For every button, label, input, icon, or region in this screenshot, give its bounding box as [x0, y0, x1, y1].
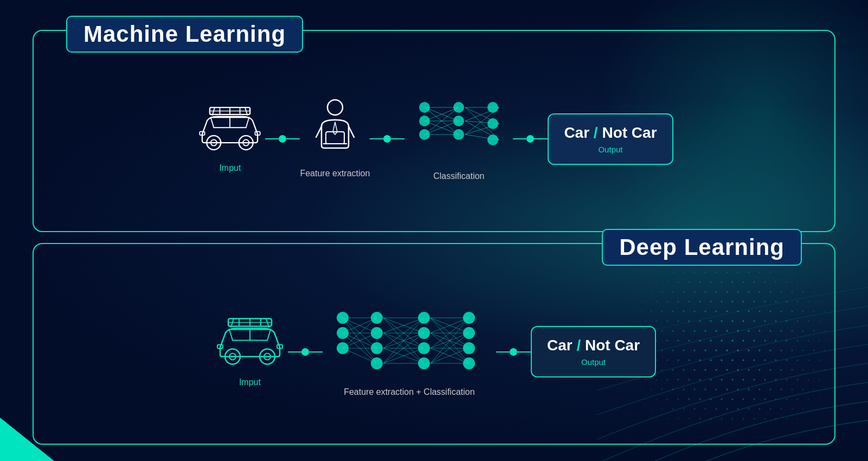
connector-dot	[526, 135, 534, 143]
dl-output-notcar: Not Car	[585, 337, 640, 354]
ml-classification-label: Classification	[433, 171, 484, 181]
connector-dot	[301, 348, 309, 356]
dl-title: Deep Learning	[619, 234, 785, 260]
dl-feature-classification-item: Feature extraction + Classification	[323, 307, 496, 397]
ml-output-car: Car	[564, 124, 589, 141]
dl-output-item: Car / Not Car Output	[531, 326, 656, 377]
svg-point-109	[418, 312, 430, 324]
svg-point-103	[337, 327, 349, 339]
dl-input-label: Imput	[239, 377, 261, 387]
ml-feature-item: Feature extraction	[300, 99, 370, 178]
ml-connector-1	[265, 135, 300, 143]
svg-point-110	[418, 327, 430, 339]
dl-output-label: Output	[547, 357, 640, 367]
dl-flow-row: Imput	[61, 266, 807, 439]
connector-line	[391, 138, 404, 139]
ml-output-slash: /	[589, 124, 602, 141]
dl-nn-svg	[323, 307, 496, 377]
ml-section: Machine Learning	[33, 30, 835, 232]
ml-output-label: Output	[564, 145, 657, 154]
svg-point-102	[337, 312, 349, 324]
dl-section: Deep Learning	[33, 243, 835, 445]
svg-point-41	[487, 102, 498, 113]
svg-point-14	[327, 100, 343, 115]
svg-point-105	[371, 312, 383, 324]
ml-connector-2	[370, 135, 404, 143]
ml-output-item: Car / Not Car Output	[548, 113, 673, 165]
dl-combined-label: Feature extraction + Classification	[344, 387, 474, 397]
svg-point-112	[418, 357, 430, 369]
svg-point-36	[419, 116, 430, 126]
svg-point-40	[453, 129, 464, 140]
ml-output-box: Car / Not Car Output	[548, 113, 673, 165]
connector-line	[496, 351, 510, 353]
svg-point-111	[418, 342, 430, 354]
connector-dot	[279, 135, 286, 143]
ml-connector-3	[513, 135, 548, 143]
ml-person-icon	[311, 99, 359, 159]
connector-line	[517, 351, 531, 353]
dl-output-text: Car / Not Car	[547, 337, 640, 354]
svg-point-38	[453, 102, 464, 113]
svg-point-114	[463, 327, 475, 339]
connector-line	[513, 138, 526, 139]
connector-line	[265, 138, 279, 139]
svg-point-107	[371, 342, 383, 354]
connector-line	[286, 138, 300, 139]
ml-classification-item: Classification	[404, 97, 513, 181]
svg-point-43	[487, 135, 498, 145]
dl-connector-1	[288, 348, 323, 356]
ml-title: Machine Learning	[83, 21, 286, 47]
ml-neural-net	[404, 97, 513, 162]
ml-output-notcar: Not Car	[602, 124, 657, 141]
dl-output-car: Car	[547, 337, 573, 354]
dl-connector-2	[496, 348, 531, 356]
ml-nn-svg	[404, 97, 513, 162]
connector-line	[534, 138, 548, 139]
svg-point-37	[419, 129, 430, 140]
ml-car-icon	[195, 105, 265, 153]
dl-output-box: Car / Not Car Output	[531, 326, 656, 377]
ml-input-item: Imput	[195, 105, 265, 173]
dl-output-slash: /	[573, 337, 585, 354]
dl-neural-net	[323, 307, 496, 377]
connector-line	[370, 138, 383, 139]
svg-point-39	[453, 116, 464, 126]
svg-point-106	[371, 327, 383, 339]
dl-input-item: Imput	[212, 316, 288, 387]
connector-line	[288, 351, 301, 353]
svg-point-104	[337, 342, 349, 354]
svg-point-42	[487, 118, 498, 129]
dl-car-icon	[212, 316, 288, 368]
ml-feature-label: Feature extraction	[300, 169, 370, 178]
ml-output-text: Car / Not Car	[564, 124, 657, 142]
ml-title-badge: Machine Learning	[66, 16, 303, 53]
connector-dot	[510, 348, 517, 356]
connector-dot	[383, 135, 391, 143]
svg-rect-15	[326, 132, 344, 144]
connector-line	[309, 351, 323, 353]
svg-point-116	[463, 357, 475, 369]
svg-point-113	[463, 312, 475, 324]
ml-input-label: Imput	[219, 163, 241, 173]
svg-point-108	[371, 357, 383, 369]
svg-point-115	[463, 342, 475, 354]
main-container: Machine Learning	[0, 0, 868, 461]
svg-point-35	[419, 102, 430, 113]
dl-title-badge: Deep Learning	[602, 229, 802, 266]
ml-flow-row: Imput	[61, 53, 807, 226]
